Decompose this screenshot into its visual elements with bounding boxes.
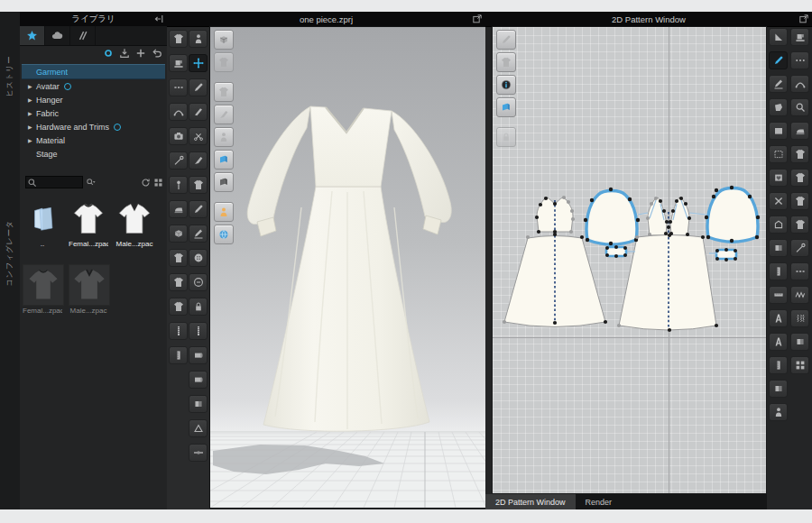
expand-arrow-icon[interactable]: ▶ xyxy=(28,83,36,89)
search-box[interactable] xyxy=(25,176,83,188)
sync-status-badge[interactable] xyxy=(103,48,114,59)
tree-item-fabric[interactable]: ▶Fabric xyxy=(22,106,165,120)
simulate-tool-icon[interactable] xyxy=(189,30,208,48)
pattern-dots-tool-icon[interactable] xyxy=(790,192,809,210)
tree-item-hanger[interactable]: ▶Hanger xyxy=(22,93,165,106)
fabric-dark-view-icon[interactable] xyxy=(214,172,234,192)
library-item-shirt-v-dark[interactable]: Male...zpac xyxy=(69,264,108,315)
texture-shirt-tool-icon[interactable] xyxy=(790,145,809,163)
annotation-tool-icon[interactable] xyxy=(769,333,788,351)
buttonhole-tool-icon[interactable] xyxy=(189,273,208,291)
add-point-tool-icon[interactable] xyxy=(769,98,788,116)
steam-iron-tool-icon[interactable] xyxy=(169,200,188,218)
button-grid-tool-icon[interactable] xyxy=(790,356,809,374)
render-style-icon[interactable] xyxy=(214,30,234,50)
edit-texture-tool-icon[interactable] xyxy=(189,200,208,218)
dock-panel-icon[interactable] xyxy=(153,14,164,24)
brush-tool-icon[interactable] xyxy=(189,151,208,170)
pin-cushion-tool-icon[interactable] xyxy=(169,176,188,194)
cut-tool-icon[interactable] xyxy=(189,103,208,121)
2d-pattern-viewport[interactable] xyxy=(492,26,767,494)
zip-garment-tool-icon[interactable] xyxy=(169,322,188,340)
fold-arrangement-tool-icon[interactable] xyxy=(189,419,208,437)
expand-arrow-icon[interactable]: ▶ xyxy=(28,137,36,143)
fabric-roll-tool-icon[interactable] xyxy=(189,346,208,364)
basting-tool-icon[interactable] xyxy=(790,262,809,280)
environment-icon[interactable] xyxy=(214,225,234,244)
edit-pattern-tool-icon[interactable] xyxy=(769,51,788,69)
internal-shape-tool-icon[interactable] xyxy=(769,169,788,187)
dart-tool-icon[interactable] xyxy=(769,192,788,210)
grid-view-icon[interactable] xyxy=(153,178,163,188)
library-item-shirt-crew[interactable]: Femal...zpac xyxy=(69,199,108,248)
tree-item-material[interactable]: ▶Material xyxy=(22,133,165,147)
notch-tool-icon[interactable] xyxy=(769,262,788,280)
text-tool-icon[interactable] xyxy=(769,309,788,327)
pin-horizontal-tool-icon[interactable] xyxy=(189,444,208,462)
show-garment-icon[interactable] xyxy=(214,82,234,102)
print-fabric-tool-icon[interactable] xyxy=(790,333,809,351)
fabric-view-2d-icon[interactable] xyxy=(496,97,516,117)
cloud-tab[interactable] xyxy=(45,26,70,45)
expand-arrow-icon[interactable]: ▶ xyxy=(28,110,36,116)
add-button[interactable] xyxy=(135,48,146,59)
pleats-tool-icon[interactable] xyxy=(769,356,788,374)
garment-toggle-icon[interactable] xyxy=(214,52,234,72)
search-input[interactable] xyxy=(37,179,81,187)
trace-tool-icon[interactable] xyxy=(769,216,788,234)
favorites-tab[interactable] xyxy=(20,26,45,45)
seam-taping-tool-icon[interactable] xyxy=(189,395,208,413)
pattern-info-icon[interactable] xyxy=(496,75,516,95)
library-item-shirt-crew-dark[interactable]: Femal...zpac xyxy=(23,264,62,315)
pattern-arrange-tool-icon[interactable] xyxy=(189,176,208,194)
button-tool-icon[interactable] xyxy=(189,249,208,267)
sewing-machine-2d-icon[interactable] xyxy=(790,28,809,46)
tree-item-hardware-and-trims[interactable]: ▶Hardware and Trims xyxy=(22,120,165,133)
vest-tool-icon[interactable] xyxy=(169,273,188,291)
3d-viewport[interactable] xyxy=(209,26,486,509)
fitting-box-tool-icon[interactable] xyxy=(169,225,188,243)
fabric-roll-large-tool-icon[interactable] xyxy=(189,371,208,389)
search-scope-dropdown-icon[interactable] xyxy=(86,178,96,188)
edit-curvature-tool-icon[interactable] xyxy=(769,75,788,93)
avatar-display-icon[interactable] xyxy=(214,202,234,222)
zipper-tool-icon[interactable] xyxy=(189,322,208,340)
print-layout-tool-icon[interactable] xyxy=(769,380,788,398)
garment-display-tool-icon[interactable] xyxy=(169,30,188,48)
shortcuts-tab[interactable] xyxy=(70,26,96,45)
steam-iron-2d-icon[interactable] xyxy=(790,122,809,140)
expand-arrow-icon[interactable]: ▶ xyxy=(28,124,36,130)
select-pen-tool-icon[interactable] xyxy=(189,78,208,96)
pin-needle-tool-icon[interactable] xyxy=(169,151,188,170)
snapshot-tool-icon[interactable] xyxy=(169,127,188,145)
history-tab[interactable]: ヒストリー xyxy=(5,56,15,97)
sewing-machine-tool-icon[interactable] xyxy=(169,54,188,72)
library-item-shirt-v[interactable]: Male...zpac xyxy=(115,199,154,248)
garment-measure-tool-icon[interactable] xyxy=(169,346,188,364)
transform-pattern-tool-icon[interactable] xyxy=(769,28,788,46)
needle-diagonal-tool-icon[interactable] xyxy=(790,239,809,257)
select-move-tool-icon[interactable] xyxy=(189,54,208,72)
download-button[interactable] xyxy=(119,48,130,59)
arrange-garment-tool-icon[interactable] xyxy=(169,298,188,316)
configurator-tab[interactable]: コンフィグレータ xyxy=(5,220,15,286)
refresh-icon[interactable] xyxy=(141,178,151,188)
polygon-tool-icon[interactable] xyxy=(769,122,788,140)
segment-sewing-2d-icon[interactable] xyxy=(790,51,809,69)
show-pattern-icon[interactable] xyxy=(496,52,516,72)
pattern-check-tool-icon[interactable] xyxy=(790,216,809,234)
dress-3d[interactable] xyxy=(247,106,451,431)
pattern-front-skirt[interactable] xyxy=(619,235,716,331)
bottom-tab-render[interactable]: Render xyxy=(576,494,623,509)
tree-item-stage[interactable]: Stage xyxy=(22,147,165,161)
free-sewing-tool-icon[interactable] xyxy=(169,103,188,121)
show-avatar-icon[interactable] xyxy=(214,127,234,147)
rectangle-tool-icon[interactable] xyxy=(769,145,788,163)
seam-allowance-tool-icon[interactable] xyxy=(769,239,788,257)
show-sewing-icon[interactable] xyxy=(496,30,516,50)
scissors-tool-icon[interactable] xyxy=(189,127,208,145)
shirring-tool-icon[interactable] xyxy=(790,309,809,327)
bottom-tab-2d-pattern-window[interactable]: 2D Pattern Window xyxy=(485,494,576,509)
zigzag-stitch-tool-icon[interactable] xyxy=(790,286,809,304)
popout-window-icon[interactable] xyxy=(472,14,483,24)
